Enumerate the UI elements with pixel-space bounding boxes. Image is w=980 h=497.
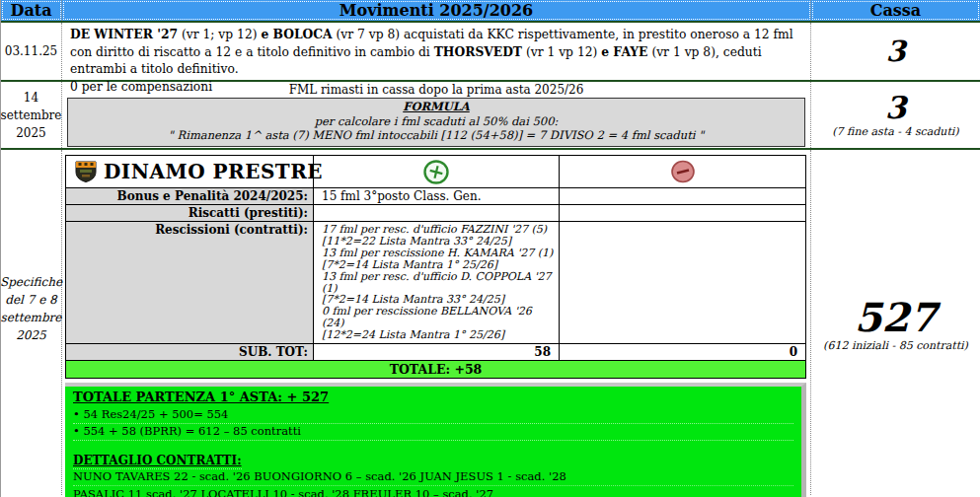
ledger-sheet: Data Movimenti 2025/2026 Cassa 03.11.25 … xyxy=(0,0,980,497)
cassa-value-3: 527 xyxy=(855,298,938,337)
green-title: TOTALE PARTENZA 1° ASTA: + 527 xyxy=(73,390,793,404)
bonus-label[interactable]: Bonus e Penalità 2024/2025: xyxy=(66,188,314,204)
date-cell-1[interactable]: 03.11.25 xyxy=(1,23,62,80)
totale-value[interactable]: TOTALE: +58 xyxy=(66,361,805,378)
team-name-cell[interactable]: DINAMO PRESTRE xyxy=(66,156,314,187)
minus-column-header[interactable] xyxy=(560,156,805,187)
cassa-cell-3[interactable]: 527 (612 iniziali - 85 contratti) xyxy=(811,150,980,495)
riscatti-plus-value[interactable] xyxy=(314,205,560,221)
team-crest-icon xyxy=(74,160,98,183)
riscatti-label[interactable]: Riscatti (prestiti): xyxy=(66,205,314,221)
row-03-11-25: 03.11.25 DE WINTER '27 (vr 1; vp 12) e B… xyxy=(1,23,980,82)
plus-column-header[interactable] xyxy=(314,156,560,187)
bonus-plus-value[interactable]: 15 fml 3°posto Class. Gen. xyxy=(314,188,560,204)
minus-circle-icon xyxy=(669,159,697,184)
subtot-minus-value[interactable]: 0 xyxy=(560,344,805,360)
date-cell-3[interactable]: Specifichedel 7 e 8settembre2025 xyxy=(1,150,62,495)
dettaglio-title: DETTAGLIO CONTRATTI: xyxy=(73,454,242,469)
movimenti-cell-3[interactable]: DINAMO PRESTRE xyxy=(62,150,811,495)
plus-circle-icon xyxy=(421,159,451,185)
movimenti-cell-1[interactable]: DE WINTER '27 (vr 1; vp 12) e BOLOCA (vr… xyxy=(62,23,811,80)
movimenti-cell-2[interactable]: FML rimasti in cassa dopo la prima asta … xyxy=(62,82,811,148)
date-cell-2[interactable]: 14settembre2025 xyxy=(1,82,62,148)
transfer-rich-text: DE WINTER '27 (vr 1; vp 12) e BOLOCA (vr… xyxy=(70,28,793,76)
row-14-settembre: 14settembre2025 FML rimasti in cassa dop… xyxy=(1,82,980,150)
header-movimenti-label: Movimenti 2025/2026 xyxy=(339,1,533,20)
rescissioni-minus-value[interactable] xyxy=(560,222,805,343)
cassa-value-2: 3 xyxy=(885,93,907,123)
totale-row: TOTALE: +58 xyxy=(66,361,805,378)
formula-title: FORMULA xyxy=(72,100,800,114)
rescissioni-plus-list[interactable]: 17 fml per resc. d'ufficio FAZZINI '27 (… xyxy=(314,222,560,343)
green-calc-lines: • 54 Res24/25 + 500= 554• 554 + 58 (BPRR… xyxy=(73,407,793,440)
header-cassa-label: Cassa xyxy=(870,1,921,20)
subtot-row: SUB. TOT: 58 0 xyxy=(66,344,805,361)
cassa-note-2: (7 fine asta - 4 scaduti) xyxy=(832,125,958,138)
team-table-header: DINAMO PRESTRE xyxy=(66,156,805,188)
team-name: DINAMO PRESTRE xyxy=(104,160,323,183)
formula-line2: " Rimanenza 1^ asta (7) MENO fml intocca… xyxy=(72,128,800,143)
header-cell-data[interactable]: Data xyxy=(1,0,62,21)
formula-line1: per calcolare i fml scaduti al 50% dai 5… xyxy=(72,114,800,129)
green-spacer xyxy=(73,441,793,454)
riscatti-minus-value[interactable] xyxy=(560,205,805,221)
subtot-plus-value[interactable]: 58 xyxy=(314,344,560,360)
cassa-cell-2[interactable]: 3 (7 fine asta - 4 scaduti) xyxy=(811,82,980,148)
subtot-label[interactable]: SUB. TOT: xyxy=(66,344,314,360)
team-table: DINAMO PRESTRE xyxy=(65,155,806,379)
formula-box: FORMULA per calcolare i fml scaduti al 5… xyxy=(67,98,805,147)
date-value-1: 03.11.25 xyxy=(5,44,57,58)
header-data-label: Data xyxy=(11,1,52,20)
header-cell-movimenti[interactable]: Movimenti 2025/2026 xyxy=(62,0,811,21)
rescissioni-label[interactable]: Rescissioni (contratti): xyxy=(66,222,314,343)
rescissioni-row: Rescissioni (contratti): 17 fml per resc… xyxy=(66,222,805,344)
fml-caption: FML rimasti in cassa dopo la prima asta … xyxy=(62,82,810,97)
row-specifiche: Specifichedel 7 e 8settembre2025 xyxy=(1,150,980,495)
contract-lines: NUNO TAVARES 22 - scad. '26 BUONGIORNO 6… xyxy=(73,469,793,497)
cassa-cell-1[interactable]: 3 xyxy=(811,23,980,80)
riscatti-row: Riscatti (prestiti): xyxy=(66,205,805,222)
bonus-minus-value[interactable] xyxy=(560,188,805,204)
header-cell-cassa[interactable]: Cassa xyxy=(811,0,980,21)
cassa-note-3: (612 iniziali - 85 contratti) xyxy=(823,339,968,352)
cassa-value-1: 3 xyxy=(885,37,905,66)
bonus-row: Bonus e Penalità 2024/2025: 15 fml 3°pos… xyxy=(66,188,805,205)
green-summary-panel[interactable]: TOTALE PARTENZA 1° ASTA: + 527 • 54 Res2… xyxy=(65,383,806,497)
header-row: Data Movimenti 2025/2026 Cassa xyxy=(1,0,980,23)
